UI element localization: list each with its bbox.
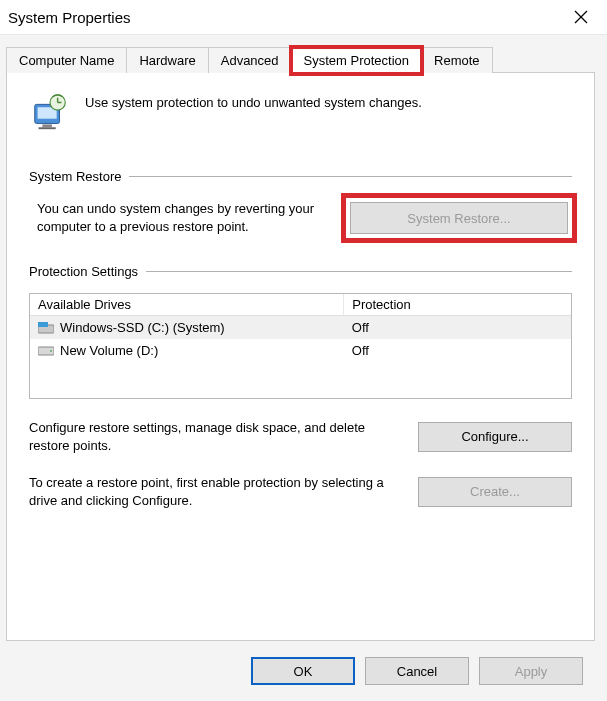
create-button[interactable]: Create...	[418, 477, 572, 507]
drive-name: Windows-SSD (C:) (System)	[60, 320, 225, 335]
restore-description: You can undo system changes by reverting…	[29, 200, 328, 235]
drive-icon	[38, 345, 54, 357]
col-protection[interactable]: Protection	[344, 294, 571, 316]
close-icon	[574, 10, 588, 24]
tab-remote[interactable]: Remote	[421, 47, 493, 73]
divider	[146, 271, 572, 272]
tab-strip: Computer Name Hardware Advanced System P…	[6, 47, 595, 73]
drive-status: Off	[344, 339, 571, 398]
svg-rect-4	[42, 124, 52, 127]
drive-name: New Volume (D:)	[60, 343, 158, 358]
tab-hardware[interactable]: Hardware	[126, 47, 208, 73]
window-title: System Properties	[6, 9, 131, 26]
drives-table[interactable]: Available Drives Protection Windows-SSD …	[29, 293, 572, 399]
system-properties-window: System Properties Computer Name Hardware…	[0, 0, 607, 701]
configure-description: Configure restore settings, manage disk …	[29, 419, 400, 454]
tab-system-protection[interactable]: System Protection	[291, 47, 423, 74]
create-description: To create a restore point, first enable …	[29, 474, 400, 509]
system-restore-label: System Restore	[29, 169, 121, 184]
svg-rect-5	[39, 127, 56, 129]
system-drive-icon	[38, 322, 54, 334]
intro-row: Use system protection to undo unwanted s…	[29, 91, 572, 133]
divider	[129, 176, 572, 177]
ok-button[interactable]: OK	[251, 657, 355, 685]
tab-advanced[interactable]: Advanced	[208, 47, 292, 73]
title-bar: System Properties	[0, 0, 607, 35]
tab-pane-system-protection: Use system protection to undo unwanted s…	[6, 72, 595, 641]
intro-text: Use system protection to undo unwanted s…	[85, 91, 422, 110]
table-header-row: Available Drives Protection	[30, 294, 571, 316]
drive-row[interactable]: Windows-SSD (C:) (System) Off	[30, 316, 571, 340]
protection-settings-group: Protection Settings Available Drives Pro…	[29, 264, 572, 509]
close-button[interactable]	[565, 6, 597, 28]
apply-button[interactable]: Apply	[479, 657, 583, 685]
svg-point-10	[50, 350, 52, 352]
drive-row[interactable]: New Volume (D:) Off	[30, 339, 571, 398]
protection-settings-label: Protection Settings	[29, 264, 138, 279]
svg-rect-8	[38, 322, 48, 327]
dialog-footer: OK Cancel Apply	[6, 641, 595, 701]
content-area: Computer Name Hardware Advanced System P…	[0, 35, 607, 701]
cancel-button[interactable]: Cancel	[365, 657, 469, 685]
drive-status: Off	[344, 316, 571, 340]
system-restore-group: System Restore You can undo system chang…	[29, 169, 572, 238]
highlight-frame: System Restore...	[346, 198, 572, 238]
system-restore-button[interactable]: System Restore...	[350, 202, 568, 234]
tab-computer-name[interactable]: Computer Name	[6, 47, 127, 73]
system-protection-icon	[29, 91, 71, 133]
col-available-drives[interactable]: Available Drives	[30, 294, 344, 316]
configure-button[interactable]: Configure...	[418, 422, 572, 452]
